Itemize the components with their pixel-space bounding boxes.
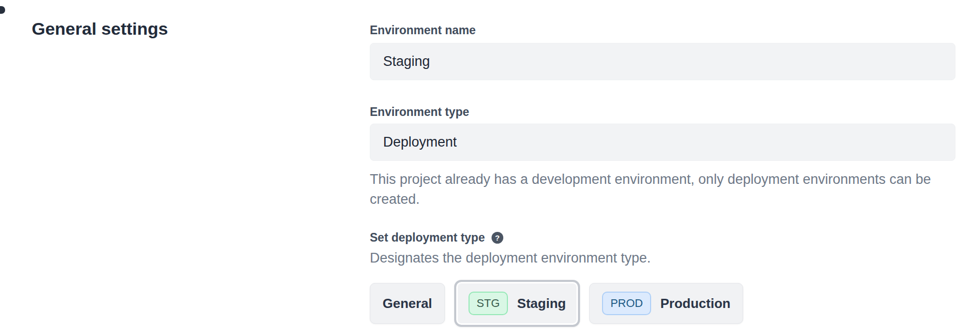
set-deployment-type-label: Set deployment type [370, 230, 485, 245]
page-title: General settings [32, 18, 168, 39]
helper-text-line-1: This project already has a development e… [370, 170, 955, 189]
deployment-type-option-production[interactable]: PROD Production [589, 283, 743, 324]
environment-type-label: Environment type [370, 104, 955, 120]
environment-settings-form: Environment name Environment type This p… [370, 22, 955, 327]
deployment-type-options: General STG Staging PROD Production [370, 280, 955, 327]
option-staging-label: Staging [517, 296, 566, 312]
option-production-label: Production [660, 296, 730, 312]
deployment-type-option-general[interactable]: General [370, 283, 445, 324]
environment-type-input[interactable] [370, 124, 955, 161]
deployment-type-description: Designates the deployment environment ty… [370, 248, 955, 268]
option-general-label: General [383, 296, 432, 312]
environment-name-label: Environment name [370, 22, 955, 38]
help-icon[interactable]: ? [492, 232, 503, 244]
general-settings-page: General settings Environment name Enviro… [0, 0, 980, 333]
stg-badge: STG [469, 292, 508, 315]
prod-badge: PROD [602, 292, 651, 315]
environment-name-input[interactable] [370, 43, 955, 80]
environment-type-helper-text: This project already has a development e… [370, 170, 955, 209]
clipped-edge-element [0, 6, 5, 14]
helper-text-line-2: created. [370, 189, 955, 209]
deployment-type-option-staging[interactable]: STG Staging [454, 280, 581, 327]
set-deployment-type-row: Set deployment type ? [370, 230, 955, 245]
